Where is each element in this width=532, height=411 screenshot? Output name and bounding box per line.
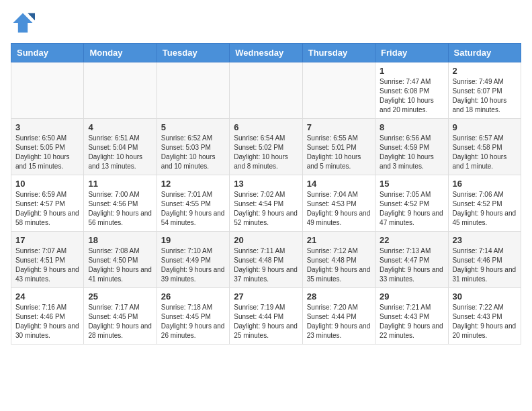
calendar-cell: 13Sunrise: 7:02 AM Sunset: 4:54 PM Dayli… bbox=[230, 175, 302, 232]
day-number: 6 bbox=[234, 122, 298, 132]
calendar-cell: 7Sunrise: 6:55 AM Sunset: 5:01 PM Daylig… bbox=[302, 119, 375, 175]
day-info: Sunrise: 7:04 AM Sunset: 4:53 PM Dayligh… bbox=[307, 190, 371, 228]
day-number: 27 bbox=[234, 291, 298, 302]
day-number: 5 bbox=[161, 122, 225, 132]
day-info: Sunrise: 6:59 AM Sunset: 4:57 PM Dayligh… bbox=[15, 190, 79, 228]
day-number: 10 bbox=[15, 179, 79, 189]
day-info: Sunrise: 7:49 AM Sunset: 6:07 PM Dayligh… bbox=[453, 77, 517, 115]
day-info: Sunrise: 6:55 AM Sunset: 5:01 PM Dayligh… bbox=[307, 134, 371, 171]
calendar-week-4: 17Sunrise: 7:07 AM Sunset: 4:51 PM Dayli… bbox=[11, 232, 521, 288]
day-info: Sunrise: 7:47 AM Sunset: 6:08 PM Dayligh… bbox=[380, 77, 443, 115]
day-info: Sunrise: 7:16 AM Sunset: 4:46 PM Dayligh… bbox=[15, 303, 79, 340]
calendar-cell: 16Sunrise: 7:06 AM Sunset: 4:52 PM Dayli… bbox=[448, 175, 521, 232]
calendar-cell: 8Sunrise: 6:56 AM Sunset: 4:59 PM Daylig… bbox=[375, 119, 448, 175]
calendar-cell: 27Sunrise: 7:19 AM Sunset: 4:44 PM Dayli… bbox=[230, 288, 302, 345]
day-number: 7 bbox=[307, 122, 371, 132]
calendar-cell: 30Sunrise: 7:22 AM Sunset: 4:43 PM Dayli… bbox=[448, 288, 521, 345]
day-number: 1 bbox=[380, 66, 443, 76]
calendar-header-sunday: Sunday bbox=[11, 44, 84, 62]
calendar-cell: 14Sunrise: 7:04 AM Sunset: 4:53 PM Dayli… bbox=[302, 175, 375, 232]
calendar-header-friday: Friday bbox=[375, 44, 448, 62]
day-info: Sunrise: 7:20 AM Sunset: 4:44 PM Dayligh… bbox=[307, 303, 371, 340]
day-number: 4 bbox=[88, 122, 152, 132]
calendar-cell: 1Sunrise: 7:47 AM Sunset: 6:08 PM Daylig… bbox=[375, 62, 448, 119]
day-number: 14 bbox=[307, 179, 371, 189]
calendar-cell: 28Sunrise: 7:20 AM Sunset: 4:44 PM Dayli… bbox=[302, 288, 375, 345]
calendar-header-thursday: Thursday bbox=[302, 44, 375, 62]
calendar-cell: 9Sunrise: 6:57 AM Sunset: 4:58 PM Daylig… bbox=[448, 119, 521, 175]
day-number: 18 bbox=[88, 235, 152, 245]
day-info: Sunrise: 7:21 AM Sunset: 4:43 PM Dayligh… bbox=[380, 303, 443, 340]
calendar-header-monday: Monday bbox=[84, 44, 157, 62]
day-info: Sunrise: 7:12 AM Sunset: 4:48 PM Dayligh… bbox=[307, 246, 371, 284]
calendar-cell: 11Sunrise: 7:00 AM Sunset: 4:56 PM Dayli… bbox=[84, 175, 157, 232]
day-number: 11 bbox=[88, 179, 152, 189]
day-number: 20 bbox=[234, 235, 298, 245]
calendar-cell: 20Sunrise: 7:11 AM Sunset: 4:48 PM Dayli… bbox=[230, 232, 302, 288]
calendar-cell bbox=[84, 62, 157, 119]
calendar-table: SundayMondayTuesdayWednesdayThursdayFrid… bbox=[11, 43, 521, 345]
calendar-cell: 5Sunrise: 6:52 AM Sunset: 5:03 PM Daylig… bbox=[157, 119, 229, 175]
day-number: 28 bbox=[307, 291, 371, 302]
calendar-cell: 4Sunrise: 6:51 AM Sunset: 5:04 PM Daylig… bbox=[84, 119, 157, 175]
calendar-cell: 6Sunrise: 6:54 AM Sunset: 5:02 PM Daylig… bbox=[230, 119, 302, 175]
day-number: 13 bbox=[234, 179, 298, 189]
day-info: Sunrise: 7:02 AM Sunset: 4:54 PM Dayligh… bbox=[234, 190, 298, 228]
calendar-cell: 22Sunrise: 7:13 AM Sunset: 4:47 PM Dayli… bbox=[375, 232, 448, 288]
calendar-cell bbox=[157, 62, 229, 119]
day-number: 12 bbox=[161, 179, 225, 189]
day-info: Sunrise: 7:06 AM Sunset: 4:52 PM Dayligh… bbox=[453, 190, 517, 228]
calendar-cell bbox=[302, 62, 375, 119]
calendar-header-saturday: Saturday bbox=[448, 44, 521, 62]
calendar-cell: 12Sunrise: 7:01 AM Sunset: 4:55 PM Dayli… bbox=[157, 175, 229, 232]
day-info: Sunrise: 6:52 AM Sunset: 5:03 PM Dayligh… bbox=[161, 134, 225, 171]
calendar-cell: 18Sunrise: 7:08 AM Sunset: 4:50 PM Dayli… bbox=[84, 232, 157, 288]
day-info: Sunrise: 7:08 AM Sunset: 4:50 PM Dayligh… bbox=[88, 246, 152, 284]
logo bbox=[11, 11, 38, 35]
day-number: 26 bbox=[161, 291, 225, 302]
calendar-cell: 29Sunrise: 7:21 AM Sunset: 4:43 PM Dayli… bbox=[375, 288, 448, 345]
day-number: 9 bbox=[453, 122, 517, 132]
calendar-cell: 26Sunrise: 7:18 AM Sunset: 4:45 PM Dayli… bbox=[157, 288, 229, 345]
calendar-cell: 21Sunrise: 7:12 AM Sunset: 4:48 PM Dayli… bbox=[302, 232, 375, 288]
day-number: 19 bbox=[161, 235, 225, 245]
day-number: 2 bbox=[453, 66, 517, 76]
calendar-week-2: 3Sunrise: 6:50 AM Sunset: 5:05 PM Daylig… bbox=[11, 119, 521, 175]
day-info: Sunrise: 6:57 AM Sunset: 4:58 PM Dayligh… bbox=[453, 134, 517, 171]
day-info: Sunrise: 7:22 AM Sunset: 4:43 PM Dayligh… bbox=[453, 303, 517, 340]
calendar-cell: 25Sunrise: 7:17 AM Sunset: 4:45 PM Dayli… bbox=[84, 288, 157, 345]
day-info: Sunrise: 7:13 AM Sunset: 4:47 PM Dayligh… bbox=[380, 246, 443, 284]
calendar-cell bbox=[230, 62, 302, 119]
calendar-week-5: 24Sunrise: 7:16 AM Sunset: 4:46 PM Dayli… bbox=[11, 288, 521, 345]
calendar-cell bbox=[11, 62, 84, 119]
day-number: 15 bbox=[380, 179, 443, 189]
day-info: Sunrise: 7:11 AM Sunset: 4:48 PM Dayligh… bbox=[234, 246, 298, 284]
calendar-cell: 15Sunrise: 7:05 AM Sunset: 4:52 PM Dayli… bbox=[375, 175, 448, 232]
day-number: 21 bbox=[307, 235, 371, 245]
day-number: 24 bbox=[15, 291, 79, 302]
calendar-cell: 10Sunrise: 6:59 AM Sunset: 4:57 PM Dayli… bbox=[11, 175, 84, 232]
calendar-cell: 17Sunrise: 7:07 AM Sunset: 4:51 PM Dayli… bbox=[11, 232, 84, 288]
calendar-cell: 24Sunrise: 7:16 AM Sunset: 4:46 PM Dayli… bbox=[11, 288, 84, 345]
day-number: 23 bbox=[453, 235, 517, 245]
calendar-cell: 2Sunrise: 7:49 AM Sunset: 6:07 PM Daylig… bbox=[448, 62, 521, 119]
day-number: 25 bbox=[88, 291, 152, 302]
day-number: 29 bbox=[380, 291, 443, 302]
calendar-header-row: SundayMondayTuesdayWednesdayThursdayFrid… bbox=[11, 44, 521, 62]
day-info: Sunrise: 6:51 AM Sunset: 5:04 PM Dayligh… bbox=[88, 134, 152, 171]
day-info: Sunrise: 7:07 AM Sunset: 4:51 PM Dayligh… bbox=[15, 246, 79, 284]
day-info: Sunrise: 6:50 AM Sunset: 5:05 PM Dayligh… bbox=[15, 134, 79, 171]
day-number: 3 bbox=[15, 122, 79, 132]
day-info: Sunrise: 7:14 AM Sunset: 4:46 PM Dayligh… bbox=[453, 246, 517, 284]
calendar-week-3: 10Sunrise: 6:59 AM Sunset: 4:57 PM Dayli… bbox=[11, 175, 521, 232]
day-info: Sunrise: 7:19 AM Sunset: 4:44 PM Dayligh… bbox=[234, 303, 298, 340]
page: SundayMondayTuesdayWednesdayThursdayFrid… bbox=[0, 0, 532, 355]
calendar-header-tuesday: Tuesday bbox=[157, 44, 229, 62]
day-info: Sunrise: 7:10 AM Sunset: 4:49 PM Dayligh… bbox=[161, 246, 225, 284]
day-info: Sunrise: 6:54 AM Sunset: 5:02 PM Dayligh… bbox=[234, 134, 298, 171]
day-number: 22 bbox=[380, 235, 443, 245]
day-number: 17 bbox=[15, 235, 79, 245]
day-info: Sunrise: 7:18 AM Sunset: 4:45 PM Dayligh… bbox=[161, 303, 225, 340]
header bbox=[11, 11, 521, 35]
day-info: Sunrise: 7:05 AM Sunset: 4:52 PM Dayligh… bbox=[380, 190, 443, 228]
